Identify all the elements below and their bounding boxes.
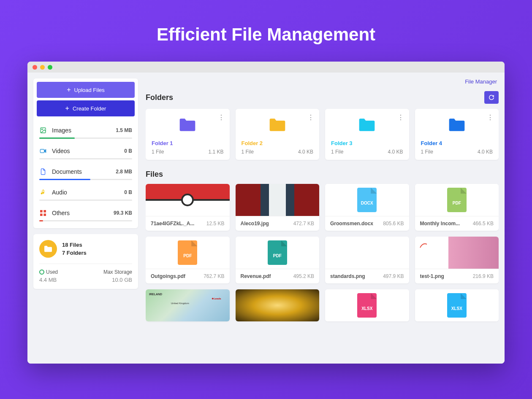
- files-grid: ⋮ 71ae4lGFZkL._A... 12.5 KB ⋮ Aleco19.jp…: [146, 184, 499, 321]
- file-size: 472.7 KB: [293, 221, 314, 226]
- refresh-button[interactable]: [484, 91, 499, 104]
- file-size: 762.7 KB: [204, 273, 224, 279]
- file-card[interactable]: ⋮: [236, 289, 320, 321]
- image-thumbnail: [325, 237, 409, 269]
- category-label: Videos: [52, 148, 119, 154]
- folder-files: 1 File: [152, 149, 164, 155]
- file-size: 12.5 KB: [206, 221, 225, 226]
- sidebar: + Upload Files + Create Folder Images 1.…: [33, 78, 138, 358]
- total-folders: 7 Folders: [62, 250, 87, 256]
- category-size: 0 B: [124, 148, 132, 154]
- more-icon[interactable]: ⋮: [217, 113, 225, 121]
- category-label: Images: [52, 127, 111, 134]
- category-bar: [39, 220, 132, 221]
- file-name: Monthly Incom...: [420, 221, 460, 226]
- category-item[interactable]: Videos 0 B: [33, 142, 138, 163]
- folder-size: 4.0 KB: [298, 149, 313, 155]
- category-item[interactable]: Documents 2.8 MB: [33, 163, 138, 183]
- file-card[interactable]: ⋮ DOCX Groomsmen.docx 805.6 KB: [325, 184, 409, 231]
- minimize-dot[interactable]: [40, 65, 45, 70]
- files-heading: Files: [146, 170, 163, 179]
- folder-files: 1 File: [331, 149, 343, 155]
- category-item[interactable]: Images 1.5 MB: [33, 121, 138, 142]
- breadcrumb[interactable]: File Manager: [465, 78, 497, 85]
- folder-card[interactable]: ⋮ Folder 2 1 File 4.0 KB: [236, 109, 320, 160]
- file-type-icon: PDF: [178, 240, 197, 265]
- file-name: Outgoings.pdf: [151, 273, 185, 279]
- more-icon[interactable]: ⋮: [307, 113, 315, 121]
- svg-rect-2: [40, 149, 44, 153]
- max-label: Max Storage: [103, 269, 132, 275]
- file-card[interactable]: ⋮ PDF Monthly Incom... 466.5 KB: [415, 184, 499, 231]
- folder-name: Folder 2: [242, 140, 314, 146]
- category-size: 0 B: [124, 189, 132, 195]
- file-card[interactable]: ⋮ test-1.png 216.9 KB: [415, 237, 499, 283]
- file-type-icon: DOCX: [357, 188, 377, 212]
- folder-size: 1.1 KB: [208, 149, 223, 155]
- file-card[interactable]: ⋮ PDF Outgoings.pdf 762.7 KB: [146, 237, 230, 283]
- image-thumbnail: [146, 184, 230, 216]
- file-name: Revenue.pdf: [241, 273, 271, 279]
- file-card[interactable]: ⋮ 71ae4lGFZkL._A... 12.5 KB: [146, 184, 230, 231]
- folder-card[interactable]: ⋮ Folder 1 1 File 1.1 KB: [146, 109, 230, 160]
- category-bar: [39, 137, 132, 139]
- file-card[interactable]: ⋮ Aleco19.jpg 472.7 KB: [236, 184, 320, 231]
- more-icon[interactable]: ⋮: [396, 113, 405, 121]
- folder-summary-icon: [39, 240, 57, 258]
- svg-rect-3: [40, 210, 43, 213]
- storage-card: 18 Files 7 Folders Used 4.4 MB Max Stora…: [33, 234, 138, 289]
- folder-files: 1 File: [421, 149, 433, 155]
- file-card[interactable]: ⋮ IRELANDUnited Kingdom★Leeds: [146, 289, 230, 321]
- category-label: Others: [52, 210, 109, 216]
- category-bar: [39, 158, 132, 159]
- upload-files-button[interactable]: + Upload Files: [37, 82, 135, 98]
- upload-label: Upload Files: [74, 87, 105, 93]
- file-card[interactable]: ⋮ XLSX: [415, 289, 499, 321]
- category-list: Images 1.5 MB Videos 0 B Documents 2.8 M…: [33, 120, 138, 228]
- file-card[interactable]: ⋮ XLSX: [325, 289, 409, 321]
- file-type-icon: PDF: [447, 188, 467, 212]
- folder-card[interactable]: ⋮ Folder 3 1 File 4.0 KB: [325, 109, 409, 160]
- folders-grid: ⋮ Folder 1 1 File 1.1 KB ⋮ Folder 2 1 Fi…: [146, 109, 499, 160]
- app-window: File Manager + Upload Files + Create Fol…: [27, 62, 505, 364]
- max-value: 10.0 GB: [103, 277, 132, 283]
- app-body: File Manager + Upload Files + Create Fol…: [27, 73, 505, 364]
- more-icon[interactable]: ⋮: [486, 113, 494, 121]
- file-size: 466.5 KB: [473, 221, 494, 226]
- folder-name: Folder 4: [421, 140, 493, 146]
- close-dot[interactable]: [33, 65, 37, 70]
- image-thumbnail: [236, 289, 320, 321]
- audio-icon: [39, 189, 47, 196]
- folder-icon: [331, 115, 403, 140]
- file-name: 71ae4lGFZkL._A...: [151, 221, 194, 226]
- category-bar: [39, 200, 132, 201]
- window-titlebar: [27, 62, 505, 73]
- file-card[interactable]: ⋮ standards.png 497.9 KB: [325, 237, 409, 283]
- folder-card[interactable]: ⋮ Folder 4 1 File 4.0 KB: [415, 109, 499, 160]
- file-size: 497.9 KB: [383, 273, 404, 279]
- grid-icon: [39, 209, 47, 217]
- svg-point-7: [40, 270, 44, 274]
- image-thumbnail: [415, 237, 499, 269]
- used-value: 4.4 MB: [39, 277, 58, 283]
- create-folder-button[interactable]: + Create Folder: [37, 100, 135, 116]
- svg-point-1: [42, 129, 43, 130]
- plus-icon: +: [67, 86, 71, 94]
- category-size: 2.8 MB: [116, 169, 132, 175]
- file-size: 805.6 KB: [383, 221, 404, 226]
- maximize-dot[interactable]: [48, 65, 52, 70]
- file-card[interactable]: ⋮ PDF Revenue.pdf 495.2 KB: [236, 237, 320, 283]
- category-bar: [39, 179, 132, 180]
- folder-name: Folder 1: [152, 140, 224, 146]
- main-content: Folders ⋮ Folder 1 1 File 1.1 KB ⋮ Folde…: [146, 78, 499, 358]
- file-size: 495.2 KB: [293, 273, 314, 279]
- category-size: 99.3 KB: [114, 210, 132, 216]
- svg-rect-5: [40, 213, 43, 216]
- category-item[interactable]: Others 99.3 KB: [33, 204, 138, 225]
- category-item[interactable]: Audio 0 B: [33, 183, 138, 204]
- sidebar-actions-card: + Upload Files + Create Folder Images 1.…: [33, 78, 138, 228]
- svg-rect-6: [43, 213, 46, 216]
- used-label: Used: [39, 269, 58, 275]
- folder-icon: [152, 115, 224, 140]
- plus-icon: +: [65, 105, 69, 112]
